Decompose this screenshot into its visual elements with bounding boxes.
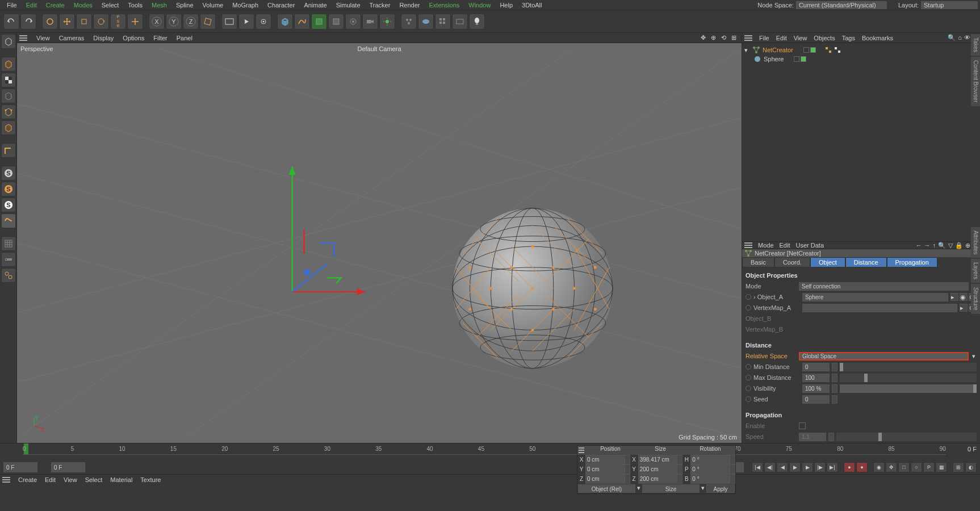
tag-button[interactable] (452, 14, 468, 30)
pos-y-field[interactable]: 0 cm (585, 464, 625, 474)
attr-mode-menu[interactable]: Mode (758, 242, 774, 249)
menu-mograph[interactable]: MoGraph (228, 2, 263, 9)
menu-window[interactable]: Window (464, 2, 495, 9)
attr-search-icon[interactable]: 🔍 (938, 242, 946, 249)
nodespace-select[interactable]: Current (Standard/Physical) (796, 1, 887, 9)
menu-create[interactable]: Create (41, 2, 69, 9)
menu-mesh[interactable]: Mesh (147, 2, 171, 9)
tl-start-frame[interactable]: 0 F (3, 462, 37, 472)
key-rot-button[interactable]: ○ (911, 462, 922, 472)
vmapA-pick-icon[interactable]: ▸ (960, 304, 968, 312)
seed-spinner[interactable] (832, 395, 837, 404)
menu-render[interactable]: Render (395, 2, 424, 9)
volume-button[interactable] (418, 14, 434, 30)
seed-field[interactable]: 0 (802, 395, 830, 404)
tl-opt2-button[interactable]: ◐ (965, 462, 977, 472)
point-mode-button[interactable] (1, 104, 16, 119)
mat-texture-menu[interactable]: Texture (140, 476, 161, 483)
layers-tab[interactable]: Layers (971, 259, 980, 283)
vis-field[interactable]: 100 % (802, 384, 830, 393)
rot-b-field[interactable]: 0 ° (690, 474, 730, 484)
tree-item-netcreator[interactable]: ▾ NetCreator (744, 45, 978, 55)
quantize-button[interactable] (1, 268, 16, 283)
seed-radio[interactable] (746, 396, 751, 402)
tree-item-sphere[interactable]: Sphere (744, 55, 978, 64)
vis-slider[interactable] (840, 384, 977, 393)
menu-spline[interactable]: Spline (171, 2, 198, 9)
spinner[interactable] (730, 474, 735, 484)
mograph-button[interactable] (401, 14, 417, 30)
attr-fwd-icon[interactable]: → (924, 242, 931, 249)
pos-x-field[interactable]: 0 cm (585, 455, 625, 464)
object-tree[interactable]: ▾ NetCreator Sphere (742, 43, 980, 242)
attributes-tab[interactable]: Attributes (971, 227, 980, 258)
coord-hamburger-icon[interactable] (577, 446, 585, 455)
size-y-field[interactable]: 200 cm (638, 464, 677, 474)
mat-create-menu[interactable]: Create (18, 476, 37, 483)
key-pos-button[interactable]: ✥ (886, 462, 897, 472)
mat-select-menu[interactable]: Select (85, 476, 103, 483)
om-home-icon[interactable]: ⌂ (958, 34, 962, 41)
menu-character[interactable]: Character (263, 2, 299, 9)
timeline[interactable]: 0510 152025 303540 455055 606570 758085 … (0, 443, 980, 460)
size-z-field[interactable]: 200 cm (638, 474, 677, 484)
menu-tools[interactable]: Tools (123, 2, 147, 9)
vp-options-menu[interactable]: Options (123, 35, 144, 41)
spinner[interactable] (677, 455, 682, 464)
snap-active-button[interactable] (1, 213, 16, 228)
key-param-button[interactable]: P (923, 462, 935, 472)
rot-p-field[interactable]: 0 ° (690, 464, 730, 474)
vis-radio[interactable] (746, 386, 751, 391)
menu-3dtoall[interactable]: 3DtoAll (517, 2, 546, 9)
om-view-menu[interactable]: View (794, 35, 807, 41)
spinner[interactable] (730, 455, 735, 464)
mat-hamburger-icon[interactable] (2, 477, 10, 483)
content-browser-tab[interactable]: Content Browser (971, 57, 980, 106)
mode-select[interactable]: Self connection (799, 282, 969, 291)
menu-file[interactable]: File (2, 2, 22, 9)
menu-edit[interactable]: Edit (22, 2, 41, 9)
tab-distance[interactable]: Distance (845, 257, 887, 267)
vis-spinner[interactable] (832, 384, 837, 393)
menu-animate[interactable]: Animate (299, 2, 331, 9)
om-hamburger-icon[interactable] (744, 35, 752, 41)
tab-object[interactable]: Object (810, 257, 845, 267)
attr-back-icon[interactable]: ← (916, 242, 922, 249)
attr-edit-menu[interactable]: Edit (780, 242, 790, 249)
relspace-select[interactable]: Global Space (799, 352, 969, 361)
vp-panel-menu[interactable]: Panel (177, 35, 192, 41)
object-mode-button[interactable] (1, 57, 16, 72)
rotate-tool[interactable] (93, 14, 109, 30)
key-scale-button[interactable]: □ (898, 462, 910, 472)
mat-edit-menu[interactable]: Edit (45, 476, 56, 483)
menu-volume[interactable]: Volume (198, 2, 228, 9)
tab-basic[interactable]: Basic (742, 257, 774, 267)
vp-nav-icon2[interactable]: ⊕ (711, 34, 719, 42)
takes-tab[interactable]: Takes (971, 34, 980, 56)
spinner[interactable] (677, 464, 682, 474)
enable-checkbox[interactable] (799, 422, 806, 429)
mat-material-menu[interactable]: Material (110, 476, 132, 483)
vp-nav-icon1[interactable]: ✥ (701, 34, 709, 42)
coord-apply-button[interactable]: Apply (706, 484, 735, 493)
attr-up-icon[interactable]: ↑ (933, 242, 936, 249)
mindist-radio[interactable] (746, 364, 751, 370)
om-objects-menu[interactable]: Objects (814, 35, 835, 41)
menu-simulate[interactable]: Simulate (332, 2, 365, 9)
objA-pick-icon[interactable]: ▸ (950, 293, 958, 301)
tag-icon2[interactable] (834, 47, 841, 53)
vp-view-menu[interactable]: View (36, 35, 50, 41)
spinner[interactable] (730, 464, 735, 474)
objA-radio[interactable] (746, 294, 751, 300)
render-view-button[interactable] (221, 14, 237, 30)
attr-userdata-menu[interactable]: User Data (796, 242, 824, 249)
prev-frame-button[interactable]: ◀ (777, 462, 788, 472)
deformer-button[interactable] (328, 14, 344, 30)
menu-select[interactable]: Select (97, 2, 124, 9)
tag-icon[interactable] (825, 47, 832, 53)
environment-button[interactable] (345, 14, 361, 30)
field-button[interactable] (435, 14, 451, 30)
menu-help[interactable]: Help (495, 2, 517, 9)
mindist-field[interactable]: 0 (802, 363, 830, 371)
record-button[interactable]: ● (844, 462, 855, 472)
